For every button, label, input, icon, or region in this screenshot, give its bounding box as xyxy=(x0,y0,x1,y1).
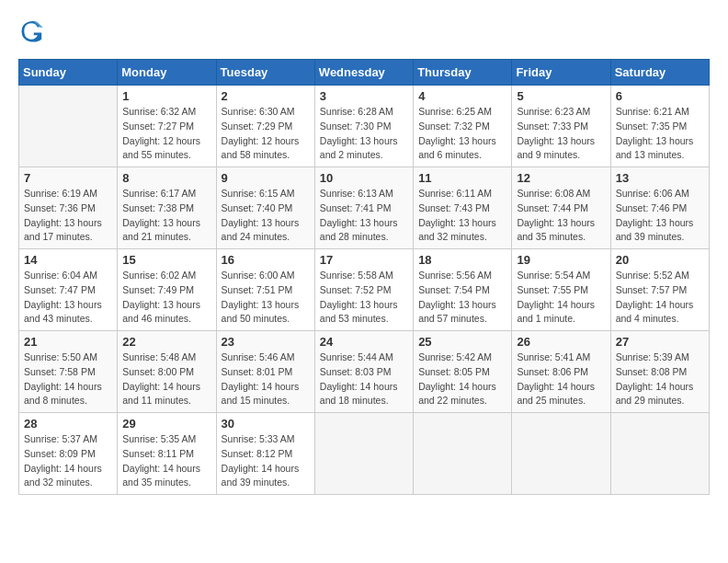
table-row xyxy=(610,413,709,495)
day-number: 25 xyxy=(418,335,506,349)
day-number: 6 xyxy=(616,89,704,103)
day-number: 18 xyxy=(418,253,506,267)
day-number: 9 xyxy=(222,171,310,185)
day-number: 5 xyxy=(517,89,605,103)
day-number: 27 xyxy=(616,335,704,349)
day-info: Sunrise: 5:41 AM Sunset: 8:06 PM Dayligh… xyxy=(517,350,605,408)
table-row: 4Sunrise: 6:25 AM Sunset: 7:32 PM Daylig… xyxy=(414,86,512,167)
day-info: Sunrise: 5:44 AM Sunset: 8:03 PM Dayligh… xyxy=(320,350,408,408)
table-row: 17Sunrise: 5:58 AM Sunset: 7:52 PM Dayli… xyxy=(314,249,413,331)
table-row: 14Sunrise: 6:04 AM Sunset: 7:47 PM Dayli… xyxy=(19,249,118,331)
day-info: Sunrise: 5:42 AM Sunset: 8:05 PM Dayligh… xyxy=(418,350,506,408)
day-number: 17 xyxy=(320,253,408,267)
table-row: 5Sunrise: 6:23 AM Sunset: 7:33 PM Daylig… xyxy=(512,86,610,167)
day-info: Sunrise: 5:50 AM Sunset: 7:58 PM Dayligh… xyxy=(24,350,112,408)
day-number: 14 xyxy=(24,253,112,267)
day-number: 2 xyxy=(222,89,310,103)
table-row: 2Sunrise: 6:30 AM Sunset: 7:29 PM Daylig… xyxy=(216,86,314,167)
day-info: Sunrise: 6:28 AM Sunset: 7:30 PM Dayligh… xyxy=(320,105,408,163)
day-number: 15 xyxy=(122,253,210,267)
weekday-header-saturday: Saturday xyxy=(610,60,709,86)
table-row xyxy=(414,413,512,495)
table-row: 28Sunrise: 5:37 AM Sunset: 8:09 PM Dayli… xyxy=(19,413,118,495)
day-info: Sunrise: 5:52 AM Sunset: 7:57 PM Dayligh… xyxy=(616,269,704,327)
day-info: Sunrise: 6:11 AM Sunset: 7:43 PM Dayligh… xyxy=(418,187,506,245)
table-row: 21Sunrise: 5:50 AM Sunset: 7:58 PM Dayli… xyxy=(19,331,118,413)
day-number: 30 xyxy=(222,417,310,431)
day-number: 22 xyxy=(122,335,210,349)
weekday-header-thursday: Thursday xyxy=(414,60,512,86)
table-row: 18Sunrise: 5:56 AM Sunset: 7:54 PM Dayli… xyxy=(414,249,512,331)
weekday-header-monday: Monday xyxy=(118,60,216,86)
day-number: 11 xyxy=(418,171,506,185)
table-row: 20Sunrise: 5:52 AM Sunset: 7:57 PM Dayli… xyxy=(610,249,709,331)
day-info: Sunrise: 6:21 AM Sunset: 7:35 PM Dayligh… xyxy=(616,105,704,163)
day-number: 29 xyxy=(122,417,210,431)
day-info: Sunrise: 5:48 AM Sunset: 8:00 PM Dayligh… xyxy=(122,350,210,408)
day-number: 21 xyxy=(24,335,112,349)
day-info: Sunrise: 5:46 AM Sunset: 8:01 PM Dayligh… xyxy=(222,350,310,408)
calendar-week-3: 14Sunrise: 6:04 AM Sunset: 7:47 PM Dayli… xyxy=(19,249,710,331)
table-row: 12Sunrise: 6:08 AM Sunset: 7:44 PM Dayli… xyxy=(512,167,610,249)
table-row: 23Sunrise: 5:46 AM Sunset: 8:01 PM Dayli… xyxy=(216,331,314,413)
day-info: Sunrise: 6:17 AM Sunset: 7:38 PM Dayligh… xyxy=(122,187,210,245)
logo xyxy=(18,18,48,44)
day-info: Sunrise: 6:13 AM Sunset: 7:41 PM Dayligh… xyxy=(320,187,408,245)
calendar-week-5: 28Sunrise: 5:37 AM Sunset: 8:09 PM Dayli… xyxy=(19,413,710,495)
day-info: Sunrise: 6:08 AM Sunset: 7:44 PM Dayligh… xyxy=(517,187,605,245)
day-info: Sunrise: 6:32 AM Sunset: 7:27 PM Dayligh… xyxy=(122,105,210,163)
table-row xyxy=(512,413,610,495)
day-info: Sunrise: 6:06 AM Sunset: 7:46 PM Dayligh… xyxy=(616,187,704,245)
day-info: Sunrise: 5:37 AM Sunset: 8:09 PM Dayligh… xyxy=(24,432,112,490)
day-info: Sunrise: 5:33 AM Sunset: 8:12 PM Dayligh… xyxy=(222,432,310,490)
weekday-header-wednesday: Wednesday xyxy=(314,60,413,86)
weekday-header-friday: Friday xyxy=(512,60,610,86)
day-info: Sunrise: 6:25 AM Sunset: 7:32 PM Dayligh… xyxy=(418,105,506,163)
table-row xyxy=(19,86,118,167)
day-info: Sunrise: 6:30 AM Sunset: 7:29 PM Dayligh… xyxy=(222,105,310,163)
table-row: 11Sunrise: 6:11 AM Sunset: 7:43 PM Dayli… xyxy=(414,167,512,249)
day-number: 13 xyxy=(616,171,704,185)
table-row: 16Sunrise: 6:00 AM Sunset: 7:51 PM Dayli… xyxy=(216,249,314,331)
table-row: 30Sunrise: 5:33 AM Sunset: 8:12 PM Dayli… xyxy=(216,413,314,495)
day-number: 26 xyxy=(517,335,605,349)
table-row: 3Sunrise: 6:28 AM Sunset: 7:30 PM Daylig… xyxy=(314,86,413,167)
table-row: 6Sunrise: 6:21 AM Sunset: 7:35 PM Daylig… xyxy=(610,86,709,167)
day-number: 1 xyxy=(122,89,210,103)
day-number: 24 xyxy=(320,335,408,349)
day-number: 12 xyxy=(517,171,605,185)
calendar-week-2: 7Sunrise: 6:19 AM Sunset: 7:36 PM Daylig… xyxy=(19,167,710,249)
day-number: 16 xyxy=(222,253,310,267)
calendar-week-1: 1Sunrise: 6:32 AM Sunset: 7:27 PM Daylig… xyxy=(19,86,710,167)
day-number: 20 xyxy=(616,253,704,267)
logo-icon xyxy=(18,18,44,44)
table-row: 29Sunrise: 5:35 AM Sunset: 8:11 PM Dayli… xyxy=(118,413,216,495)
table-row: 1Sunrise: 6:32 AM Sunset: 7:27 PM Daylig… xyxy=(118,86,216,167)
day-number: 23 xyxy=(222,335,310,349)
day-info: Sunrise: 5:58 AM Sunset: 7:52 PM Dayligh… xyxy=(320,269,408,327)
table-row: 19Sunrise: 5:54 AM Sunset: 7:55 PM Dayli… xyxy=(512,249,610,331)
day-info: Sunrise: 5:56 AM Sunset: 7:54 PM Dayligh… xyxy=(418,269,506,327)
weekday-header-tuesday: Tuesday xyxy=(216,60,314,86)
day-info: Sunrise: 5:35 AM Sunset: 8:11 PM Dayligh… xyxy=(122,432,210,490)
day-info: Sunrise: 6:23 AM Sunset: 7:33 PM Dayligh… xyxy=(517,105,605,163)
day-number: 7 xyxy=(24,171,112,185)
day-number: 3 xyxy=(320,89,408,103)
page-header xyxy=(18,18,710,44)
weekday-header-row: SundayMondayTuesdayWednesdayThursdayFrid… xyxy=(19,60,710,86)
calendar-table: SundayMondayTuesdayWednesdayThursdayFrid… xyxy=(18,59,710,495)
day-info: Sunrise: 6:04 AM Sunset: 7:47 PM Dayligh… xyxy=(24,269,112,327)
day-number: 10 xyxy=(320,171,408,185)
day-number: 19 xyxy=(517,253,605,267)
table-row xyxy=(314,413,413,495)
day-number: 28 xyxy=(24,417,112,431)
table-row: 27Sunrise: 5:39 AM Sunset: 8:08 PM Dayli… xyxy=(610,331,709,413)
table-row: 13Sunrise: 6:06 AM Sunset: 7:46 PM Dayli… xyxy=(610,167,709,249)
calendar-week-4: 21Sunrise: 5:50 AM Sunset: 7:58 PM Dayli… xyxy=(19,331,710,413)
day-info: Sunrise: 6:02 AM Sunset: 7:49 PM Dayligh… xyxy=(122,269,210,327)
table-row: 8Sunrise: 6:17 AM Sunset: 7:38 PM Daylig… xyxy=(118,167,216,249)
day-info: Sunrise: 5:54 AM Sunset: 7:55 PM Dayligh… xyxy=(517,269,605,327)
table-row: 24Sunrise: 5:44 AM Sunset: 8:03 PM Dayli… xyxy=(314,331,413,413)
table-row: 10Sunrise: 6:13 AM Sunset: 7:41 PM Dayli… xyxy=(314,167,413,249)
day-info: Sunrise: 6:00 AM Sunset: 7:51 PM Dayligh… xyxy=(222,269,310,327)
